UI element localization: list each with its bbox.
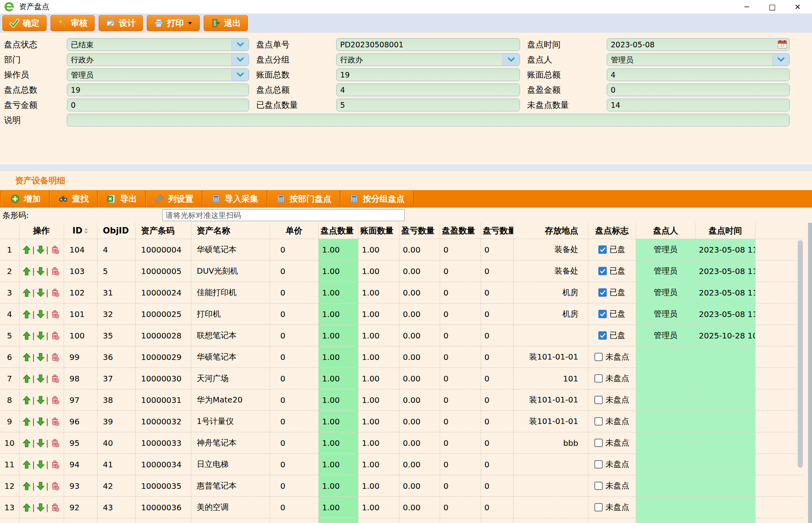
move-up-button[interactable] — [23, 396, 31, 404]
col-header-ops[interactable]: 操作 — [19, 223, 64, 239]
move-up-button[interactable] — [23, 310, 31, 319]
unchecked-checkbox[interactable] — [594, 374, 603, 383]
counted-qty-field[interactable]: 5 — [336, 99, 520, 111]
barcode-scan-input[interactable] — [162, 209, 405, 221]
col-header-location[interactable]: 存放地点 — [513, 223, 588, 239]
book-total-count-field[interactable]: 19 — [336, 68, 520, 81]
minimize-button[interactable]: ─ — [734, 0, 759, 14]
loss-amount-field[interactable]: 0 — [67, 99, 249, 111]
operator-field[interactable]: 管理员 — [67, 68, 249, 81]
move-up-button[interactable] — [23, 288, 31, 297]
delete-button[interactable] — [50, 481, 60, 491]
unchecked-checkbox[interactable] — [594, 417, 603, 426]
move-down-button[interactable] — [37, 353, 45, 362]
checked-checkbox[interactable] — [598, 245, 607, 254]
find-button[interactable]: 查找 — [50, 191, 98, 207]
confirm-button[interactable]: 确定 — [2, 15, 47, 31]
exit-button[interactable]: 退出 — [204, 15, 248, 31]
delete-button[interactable] — [50, 373, 60, 383]
dropdown-caret-icon[interactable] — [187, 21, 193, 25]
col-header-barcode[interactable]: 资产条码 — [135, 223, 191, 239]
col-header-flag[interactable]: 盘点标志 — [588, 223, 636, 239]
book-total-amount-field[interactable]: 4 — [607, 68, 790, 81]
move-up-button[interactable] — [23, 439, 31, 447]
gain-amount-field[interactable]: 0 — [607, 84, 790, 96]
inventory-person-field[interactable]: 管理员 — [607, 53, 790, 66]
count-by-dept-button[interactable]: 按部门盘点 — [267, 191, 341, 207]
move-up-button[interactable] — [23, 267, 31, 276]
print-button[interactable]: 打印 — [147, 15, 200, 31]
close-button[interactable]: ✕ — [785, 0, 810, 14]
col-header-name[interactable]: 资产名称 — [191, 223, 270, 239]
unchecked-checkbox[interactable] — [594, 353, 603, 361]
import-collect-button[interactable]: 导入采集 — [203, 191, 267, 207]
department-field[interactable]: 行政办 — [67, 53, 249, 66]
move-up-button[interactable] — [23, 353, 31, 362]
audit-button[interactable]: 审核 — [51, 15, 95, 31]
move-up-button[interactable] — [23, 245, 31, 254]
delete-button[interactable] — [50, 416, 60, 426]
calendar-icon[interactable]: 17 — [777, 40, 787, 51]
memo-field[interactable] — [67, 114, 790, 126]
move-down-button[interactable] — [37, 310, 45, 319]
unchecked-checkbox[interactable] — [594, 460, 603, 469]
delete-button[interactable] — [50, 245, 60, 255]
add-button[interactable]: 增加 — [2, 191, 50, 207]
delete-button[interactable] — [50, 459, 60, 469]
delete-button[interactable] — [50, 266, 60, 276]
chevron-down-icon[interactable] — [232, 39, 249, 51]
chevron-down-icon[interactable] — [772, 54, 789, 66]
checked-checkbox[interactable] — [598, 310, 607, 318]
move-down-button[interactable] — [37, 503, 45, 512]
chevron-down-icon[interactable] — [232, 54, 249, 66]
inventory-total-amount-field[interactable]: 4 — [336, 84, 520, 96]
move-down-button[interactable] — [37, 417, 45, 426]
inventory-status-field[interactable]: 已结束 — [67, 38, 249, 51]
design-button[interactable]: 设计 — [99, 15, 143, 31]
inventory-group-field[interactable]: 行政办 — [336, 53, 520, 66]
unchecked-checkbox[interactable] — [594, 396, 603, 404]
move-up-button[interactable] — [23, 482, 31, 490]
maximize-button[interactable]: □ — [759, 0, 785, 14]
checked-checkbox[interactable] — [598, 331, 607, 340]
move-down-button[interactable] — [37, 288, 45, 297]
col-header-diff-qty[interactable]: 盈亏数量 — [399, 223, 440, 239]
col-header-loss-qty[interactable]: 盘亏数量 — [481, 223, 513, 239]
delete-button[interactable] — [50, 331, 60, 340]
col-header-id[interactable]: ID — [64, 223, 97, 239]
count-by-group-button[interactable]: 按分组盘点 — [341, 191, 414, 207]
col-header-price[interactable]: 单价 — [270, 223, 318, 239]
column-settings-button[interactable]: 列设置 — [146, 191, 203, 207]
uncounted-qty-field[interactable]: 14 — [607, 99, 790, 111]
move-down-button[interactable] — [37, 482, 45, 490]
move-up-button[interactable] — [23, 331, 31, 340]
vertical-scrollbar-thumb[interactable] — [798, 240, 803, 468]
delete-button[interactable] — [50, 502, 60, 512]
move-down-button[interactable] — [37, 245, 45, 254]
move-down-button[interactable] — [37, 460, 45, 469]
sort-icon[interactable] — [84, 227, 88, 234]
delete-button[interactable] — [50, 395, 60, 405]
delete-button[interactable] — [50, 352, 60, 362]
col-header-person[interactable]: 盘点人 — [636, 223, 695, 239]
col-header-objid[interactable]: ObjID — [97, 223, 135, 239]
move-down-button[interactable] — [37, 267, 45, 276]
inventory-total-count-field[interactable]: 19 — [67, 84, 249, 96]
inventory-no-field[interactable]: PD20230508001 — [336, 38, 520, 51]
unchecked-checkbox[interactable] — [594, 439, 603, 447]
checked-checkbox[interactable] — [598, 267, 607, 275]
col-header-count-qty[interactable]: 盘点数量 — [318, 223, 358, 239]
delete-button[interactable] — [50, 288, 60, 297]
move-down-button[interactable] — [37, 331, 45, 340]
move-down-button[interactable] — [37, 439, 45, 447]
export-button[interactable]: 导出 — [98, 191, 146, 207]
move-down-button[interactable] — [37, 374, 45, 383]
delete-button[interactable] — [50, 438, 60, 448]
move-up-button[interactable] — [23, 417, 31, 426]
unchecked-checkbox[interactable] — [594, 482, 603, 490]
move-up-button[interactable] — [23, 503, 31, 512]
unchecked-checkbox[interactable] — [594, 503, 603, 511]
move-up-button[interactable] — [23, 460, 31, 469]
col-header-time[interactable]: 盘点时间 — [695, 223, 755, 239]
delete-button[interactable] — [50, 309, 60, 319]
